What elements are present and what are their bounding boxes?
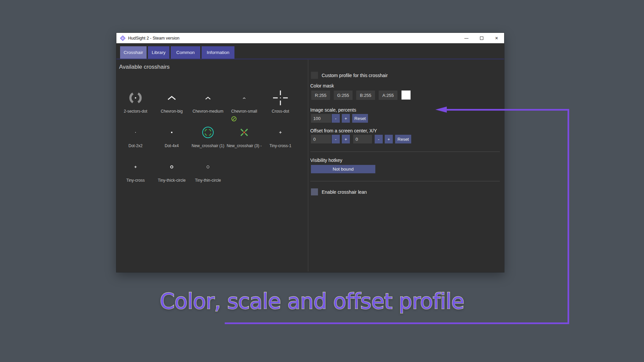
tab-label: Library: [152, 50, 165, 55]
title-bar: HudSight 2 - Steam version — ✕: [116, 33, 504, 43]
crosshair-item[interactable]: 2-sectors-dot: [117, 87, 154, 115]
maximize-button[interactable]: [474, 33, 489, 43]
hudsight-logo-icon: [120, 36, 125, 41]
tab-underline: [116, 59, 504, 59]
custom-profile-checkbox[interactable]: [311, 72, 318, 79]
scale-plus-button[interactable]: +: [342, 114, 350, 123]
panel-divider: [308, 60, 308, 272]
offset-label: Offset from a screen center, X/Y: [310, 128, 377, 133]
crosshair-name: Chevron-medium: [190, 109, 226, 114]
visibility-hotkey-label: Visibility hotkey: [310, 158, 342, 163]
crosshair-item[interactable]: Tiny-thick-circle: [154, 156, 190, 184]
tab-information[interactable]: Information: [202, 46, 234, 59]
maximize-icon: [480, 37, 483, 40]
crosshair-cross-dot-icon: [272, 89, 288, 106]
crosshair-tiny-thin-circle-icon: [201, 160, 215, 174]
tab-bar: Crosshair Library Common Information: [116, 46, 504, 59]
tab-label: Common: [176, 50, 195, 55]
crosshair-dot-2x2-icon: [129, 126, 142, 139]
crosshair-item[interactable]: Chevron-small: [226, 87, 262, 115]
crosshair-new-crosshair-1-icon: [201, 125, 215, 139]
offset-x-input[interactable]: [311, 135, 331, 143]
crosshair-item[interactable]: Tiny-thin-circle: [190, 156, 226, 184]
crosshair-item[interactable]: Cross-dot: [262, 87, 299, 115]
tab-library[interactable]: Library: [148, 46, 169, 59]
tab-label: Information: [207, 50, 229, 55]
color-swatch[interactable]: [401, 90, 411, 100]
offset-y-minus-button[interactable]: -: [375, 135, 383, 143]
crosshair-tiny-cross-1-icon: [274, 126, 287, 139]
crosshair-item[interactable]: Dot-4x4: [154, 122, 190, 149]
crosshair-dot-4x4-icon: [165, 126, 178, 139]
crosshair-name: Chevron-big: [154, 109, 190, 114]
crosshair-new-crosshair-3-icon: [237, 125, 251, 139]
red-mask-button[interactable]: R:255: [311, 90, 330, 100]
green-mask-button[interactable]: G:255: [334, 90, 353, 100]
crosshair-name: New_crosshair (3) -: [226, 143, 262, 148]
scale-reset-button[interactable]: Reset: [352, 114, 368, 123]
blue-mask-button[interactable]: B:255: [356, 90, 375, 100]
crosshair-name: Tiny-cross-1: [262, 143, 299, 148]
crosshair-item[interactable]: Chevron-medium: [190, 87, 226, 115]
crosshair-item[interactable]: Tiny-cross: [117, 156, 154, 184]
crosshair-name: Tiny-cross: [117, 178, 154, 183]
crosshair-name: Tiny-thick-circle: [154, 178, 190, 183]
crosshair-item[interactable]: New_crosshair (3) -: [226, 122, 262, 149]
crosshair-name: Cross-dot: [262, 109, 299, 114]
scale-minus-button[interactable]: -: [332, 114, 340, 123]
crosshair-tiny-cross-icon: [129, 160, 142, 174]
app-window: HudSight 2 - Steam version — ✕ Crosshair…: [116, 33, 504, 272]
hotkey-bind-button[interactable]: Not bound: [311, 165, 375, 173]
offset-reset-button[interactable]: Reset: [395, 135, 411, 143]
separator: [310, 181, 500, 181]
crosshair-lean-checkbox[interactable]: [311, 188, 318, 195]
offset-x-plus-button[interactable]: +: [342, 135, 350, 143]
available-crosshairs-heading: Available crosshairs: [119, 64, 170, 70]
crosshair-tiny-thick-circle-icon: [165, 160, 178, 174]
window-title: HudSight 2 - Steam version: [128, 36, 179, 41]
offset-y-plus-button[interactable]: +: [385, 135, 393, 143]
edited-badge-icon: [231, 116, 237, 122]
crosshair-chevron-big-icon: [165, 94, 178, 102]
annotation-arrowhead-icon: [435, 107, 447, 113]
crosshair-item[interactable]: New_crosshair (1): [190, 122, 226, 149]
close-icon: ✕: [495, 36, 498, 41]
tab-crosshair[interactable]: Crosshair: [120, 46, 147, 59]
separator: [310, 152, 500, 152]
crosshair-name: Dot-4x4: [154, 143, 190, 148]
crosshair-name: New_crosshair (1): [190, 143, 226, 148]
color-mask-label: Color mask: [310, 83, 334, 88]
crosshair-name: Dot-2x2: [117, 143, 154, 148]
crosshair-2-sectors-dot-icon: [128, 90, 143, 105]
annotation-underline: [225, 322, 569, 324]
image-scale-label: Image scale, percents: [310, 107, 356, 113]
tab-label: Crosshair: [124, 50, 143, 55]
crosshair-name: 2-sectors-dot: [117, 109, 154, 114]
crosshair-item[interactable]: Tiny-cross-1: [262, 122, 299, 149]
minimize-button[interactable]: —: [459, 33, 474, 43]
crosshair-name: Chevron-small: [226, 109, 262, 114]
minimize-icon: —: [465, 36, 469, 41]
annotation-arrow-horizontal-line: [443, 109, 569, 111]
tab-common[interactable]: Common: [171, 46, 200, 59]
image-scale-input[interactable]: [311, 114, 331, 123]
crosshair-chevron-medium-icon: [201, 94, 215, 102]
alpha-mask-button[interactable]: A:255: [379, 90, 397, 100]
crosshair-item[interactable]: Chevron-big: [154, 87, 190, 115]
crosshair-item[interactable]: Dot-2x2: [117, 122, 154, 149]
annotation-arrow-vertical-line: [568, 109, 569, 324]
offset-x-minus-button[interactable]: -: [332, 135, 340, 143]
custom-profile-label: Custom profile for this crosshair: [322, 73, 388, 78]
offset-y-input[interactable]: [353, 135, 372, 143]
crosshair-name: Tiny-thin-circle: [190, 178, 226, 183]
crosshair-lean-label: Enable crosshair lean: [322, 189, 367, 195]
crosshair-chevron-small-icon: [237, 94, 251, 102]
close-button[interactable]: ✕: [489, 33, 504, 43]
annotation-caption: Color, scale and offset profile: [154, 289, 470, 314]
